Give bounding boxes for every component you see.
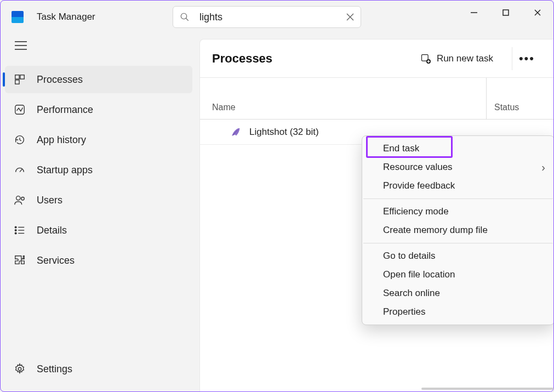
- app-title: Task Manager: [37, 12, 95, 22]
- svg-rect-5: [503, 10, 509, 15]
- sidebar-item-label: Settings: [37, 363, 72, 375]
- sidebar: Processes Performance App history Startu…: [1, 33, 197, 391]
- run-task-label: Run new task: [437, 53, 493, 64]
- horizontal-scrollbar[interactable]: [421, 388, 554, 390]
- menu-item-create-dump[interactable]: Create memory dump file: [362, 221, 554, 240]
- svg-point-0: [181, 13, 187, 19]
- svg-point-22: [15, 232, 16, 234]
- menu-item-go-to-details[interactable]: Go to details: [362, 247, 554, 265]
- menu-item-properties[interactable]: Properties: [362, 303, 554, 321]
- menu-item-efficiency-mode[interactable]: Efficiency mode: [362, 202, 554, 221]
- svg-point-18: [15, 226, 16, 228]
- window-controls: [458, 1, 553, 25]
- sidebar-item-startup-apps[interactable]: Startup apps: [5, 156, 192, 184]
- maximize-button[interactable]: [490, 1, 522, 25]
- svg-point-17: [21, 197, 25, 201]
- more-options-button[interactable]: •••: [512, 47, 541, 70]
- gauge-icon: [14, 164, 26, 176]
- panel-header: Processes Run new task •••: [200, 39, 553, 78]
- sidebar-item-settings[interactable]: Settings: [5, 355, 192, 383]
- svg-point-16: [16, 196, 20, 200]
- menu-item-resource-values[interactable]: Resource values: [362, 158, 554, 177]
- search-icon: [180, 12, 190, 22]
- column-status-header[interactable]: Status: [487, 103, 519, 112]
- users-icon: [14, 194, 26, 206]
- svg-point-24: [18, 367, 21, 371]
- svg-rect-11: [15, 75, 19, 79]
- menu-separator: [363, 243, 553, 243]
- menu-separator: [363, 198, 553, 199]
- sidebar-item-label: Performance: [37, 104, 93, 116]
- hamburger-button[interactable]: [1, 33, 197, 63]
- menu-item-provide-feedback[interactable]: Provide feedback: [362, 177, 554, 195]
- context-menu: End task Resource values Provide feedbac…: [362, 135, 554, 325]
- menu-item-end-task[interactable]: End task: [362, 139, 554, 158]
- minimize-button[interactable]: [458, 1, 490, 25]
- sidebar-item-label: Users: [37, 195, 62, 206]
- clear-search-icon[interactable]: [346, 13, 354, 21]
- sidebar-item-app-history[interactable]: App history: [5, 126, 192, 154]
- gear-icon: [14, 363, 26, 375]
- sidebar-item-label: App history: [37, 134, 86, 146]
- sidebar-item-performance[interactable]: Performance: [5, 96, 192, 123]
- history-icon: [14, 134, 26, 146]
- sidebar-item-label: Processes: [37, 74, 83, 86]
- grid-icon: [14, 73, 26, 86]
- sidebar-item-label: Details: [37, 225, 67, 236]
- sidebar-item-processes[interactable]: Processes: [5, 66, 192, 93]
- svg-point-20: [15, 230, 16, 231]
- svg-line-1: [186, 18, 189, 21]
- svg-rect-13: [15, 80, 19, 84]
- sidebar-item-label: Services: [37, 255, 75, 266]
- panel-title: Processes: [212, 52, 413, 66]
- sidebar-item-details[interactable]: Details: [5, 217, 192, 244]
- activity-icon: [14, 104, 26, 116]
- sidebar-item-users[interactable]: Users: [5, 186, 192, 214]
- search-input[interactable]: [199, 12, 346, 23]
- close-button[interactable]: [522, 1, 553, 25]
- process-name: Lightshot (32 bit): [249, 127, 319, 138]
- nav-list: Processes Performance App history Startu…: [1, 63, 197, 277]
- feather-app-icon: [230, 126, 242, 138]
- table-header: Name Status: [200, 78, 553, 120]
- sidebar-item-services[interactable]: Services: [5, 247, 192, 274]
- svg-rect-12: [20, 75, 24, 79]
- list-icon: [14, 224, 26, 236]
- search-box[interactable]: [173, 6, 361, 28]
- sidebar-item-label: Startup apps: [37, 164, 93, 176]
- puzzle-icon: [14, 254, 26, 266]
- menu-item-open-file-location[interactable]: Open file location: [362, 265, 554, 284]
- svg-line-15: [20, 169, 22, 172]
- titlebar: Task Manager: [1, 1, 553, 33]
- run-task-icon: [420, 53, 431, 64]
- app-icon: [12, 11, 24, 23]
- menu-item-search-online[interactable]: Search online: [362, 284, 554, 303]
- column-name-header[interactable]: Name: [200, 78, 487, 119]
- run-new-task-button[interactable]: Run new task: [413, 49, 501, 69]
